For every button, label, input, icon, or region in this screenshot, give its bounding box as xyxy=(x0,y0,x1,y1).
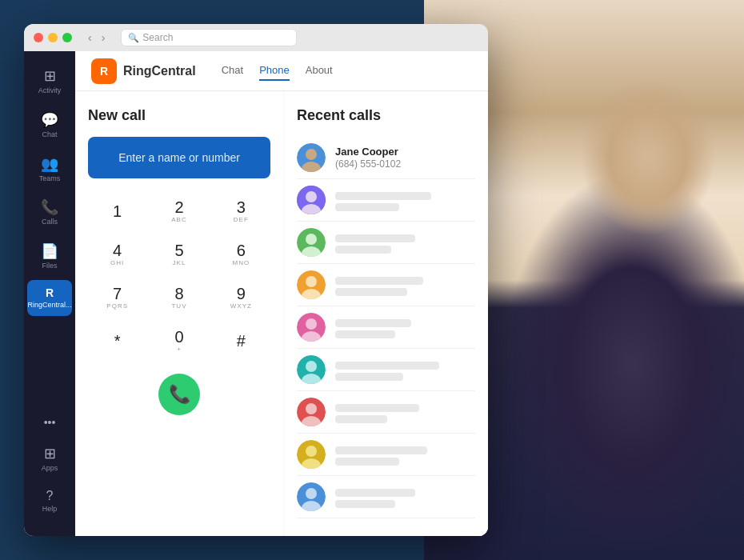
call-info-9 xyxy=(335,486,475,508)
dial-key-5[interactable]: 5 JKL xyxy=(150,234,208,274)
back-arrow[interactable]: ‹ xyxy=(85,30,95,46)
svg-point-19 xyxy=(306,403,317,414)
call-info-2 xyxy=(335,190,475,211)
dial-key-hash[interactable]: # xyxy=(212,321,270,361)
call-item-jane-cooper[interactable]: Jane Cooper (684) 555-0102 xyxy=(297,137,475,179)
call-item-8[interactable] xyxy=(297,434,475,476)
dial-key-4[interactable]: 4 GHI xyxy=(88,234,146,274)
dial-key-0[interactable]: 0 + xyxy=(150,321,208,361)
more-icon: ••• xyxy=(44,416,56,429)
placeholder-name-6 xyxy=(335,362,439,370)
dial-letters-2: ABC xyxy=(171,216,186,223)
svg-point-22 xyxy=(306,446,317,457)
placeholder-name-5 xyxy=(335,319,411,327)
placeholder-number-3 xyxy=(335,246,391,254)
forward-arrow[interactable]: › xyxy=(98,30,109,46)
call-button-row: 📞 xyxy=(88,374,270,415)
tab-phone[interactable]: Phone xyxy=(259,61,290,81)
minimize-button[interactable] xyxy=(48,33,58,42)
sidebar-item-files[interactable]: 📄 Files xyxy=(27,236,72,277)
dialpad-title: New call xyxy=(88,107,270,124)
dial-num-6: 6 xyxy=(237,242,246,258)
dialpad-panel: New call Enter a name or number 1 2 A xyxy=(75,91,283,536)
avatar-4 xyxy=(297,270,326,299)
avatar-jane-cooper xyxy=(297,143,326,172)
placeholder-name-3 xyxy=(335,234,415,242)
sidebar-item-chat[interactable]: 💬 Chat xyxy=(27,105,72,146)
sidebar-item-teams[interactable]: 👥 Teams xyxy=(27,149,72,190)
avatar-2 xyxy=(297,186,326,214)
search-bar[interactable]: 🔍 Search xyxy=(121,29,297,46)
call-info-3 xyxy=(335,232,475,254)
dial-letters-5: JKL xyxy=(173,259,186,266)
tab-about[interactable]: About xyxy=(306,61,333,81)
call-number-jane-cooper: (684) 555-0102 xyxy=(335,158,475,170)
sidebar-item-more[interactable]: ••• xyxy=(27,410,72,435)
call-info-8 xyxy=(335,444,475,466)
dial-key-6[interactable]: 6 MNO xyxy=(212,234,270,274)
brand-logo: R xyxy=(91,58,117,84)
phone-icon: 📞 xyxy=(169,384,190,405)
sidebar-label-teams: Teams xyxy=(39,174,61,183)
call-item-7[interactable] xyxy=(297,391,475,434)
number-input-placeholder: Enter a name or number xyxy=(118,151,240,164)
close-button[interactable] xyxy=(34,33,43,42)
call-item-2[interactable] xyxy=(297,179,475,222)
placeholder-number-5 xyxy=(335,330,395,338)
svg-point-25 xyxy=(306,488,317,499)
placeholder-number-9 xyxy=(335,500,395,508)
title-bar: ‹ › 🔍 Search xyxy=(24,24,488,51)
avatar-3 xyxy=(297,228,326,257)
placeholder-name-4 xyxy=(335,277,423,285)
call-item-3[interactable] xyxy=(297,222,475,264)
dial-num-0: 0 xyxy=(174,329,183,345)
sidebar-label-chat: Chat xyxy=(42,130,57,139)
help-icon: ? xyxy=(46,489,54,503)
placeholder-name-2 xyxy=(335,192,431,200)
panels: New call Enter a name or number 1 2 A xyxy=(75,91,488,536)
app-window: ‹ › 🔍 Search ⊞ Activity 💬 Chat xyxy=(24,24,488,536)
call-info-7 xyxy=(335,402,475,423)
call-item-5[interactable] xyxy=(297,306,475,349)
call-button[interactable]: 📞 xyxy=(158,374,200,415)
nav-arrows: ‹ › xyxy=(85,30,108,46)
teams-icon: 👥 xyxy=(41,155,58,173)
dial-key-1[interactable]: 1 xyxy=(88,191,146,231)
recent-calls-title: Recent calls xyxy=(297,107,475,124)
dial-num-9: 9 xyxy=(237,286,246,302)
placeholder-name-8 xyxy=(335,446,427,454)
main-content: R RingCentral Chat Phone About New call xyxy=(75,51,488,536)
dial-key-2[interactable]: 2 ABC xyxy=(150,191,208,231)
sidebar: ⊞ Activity 💬 Chat 👥 Teams 📞 Calls 📄 xyxy=(24,51,75,536)
sidebar-item-activity[interactable]: ⊞ Activity xyxy=(27,61,72,102)
dial-letters-3: DEF xyxy=(234,216,249,223)
dial-key-7[interactable]: 7 PQRS xyxy=(88,278,146,318)
sidebar-item-calls[interactable]: 📞 Calls xyxy=(27,192,72,233)
dial-key-9[interactable]: 9 WXYZ xyxy=(212,278,270,318)
call-item-4[interactable] xyxy=(297,264,475,306)
sidebar-label-calls: Calls xyxy=(42,218,58,226)
dial-num-8: 8 xyxy=(174,286,183,302)
dial-letters-6: MNO xyxy=(232,259,250,266)
ringcentral-icon: R xyxy=(46,286,54,299)
sidebar-item-apps[interactable]: ⊞ Apps xyxy=(27,438,72,479)
dial-letters-0: + xyxy=(177,346,182,353)
dial-num-2: 2 xyxy=(174,199,183,215)
dial-key-3[interactable]: 3 DEF xyxy=(212,191,270,231)
dial-key-8[interactable]: 8 TUV xyxy=(150,278,208,318)
dial-letters-9: WXYZ xyxy=(230,302,252,310)
maximize-button[interactable] xyxy=(62,33,72,42)
sidebar-item-ringcentral[interactable]: R RingCentral... xyxy=(27,280,72,316)
placeholder-number-4 xyxy=(335,288,407,296)
dial-letters-7: PQRS xyxy=(106,302,128,310)
tab-chat[interactable]: Chat xyxy=(222,61,243,81)
placeholder-number-8 xyxy=(335,458,399,466)
dial-key-star[interactable]: * xyxy=(88,321,146,361)
call-name-jane-cooper: Jane Cooper xyxy=(335,146,475,158)
call-item-6[interactable] xyxy=(297,349,475,391)
brand-name: RingCentral xyxy=(123,64,196,78)
call-item-9[interactable] xyxy=(297,476,475,518)
recent-calls-panel: Recent calls Jane Coo xyxy=(284,91,488,536)
sidebar-item-help[interactable]: ? Help xyxy=(27,482,72,520)
number-input[interactable]: Enter a name or number xyxy=(88,137,270,178)
